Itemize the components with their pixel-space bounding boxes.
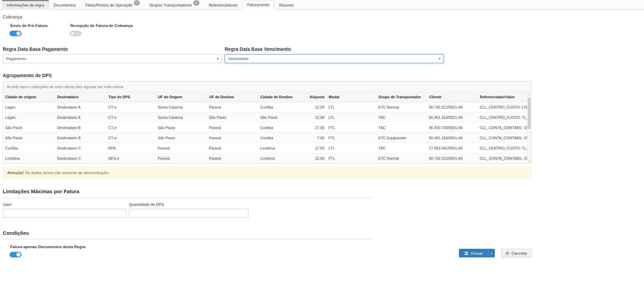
tab-informacoes-da-regra[interactable]: Informações da regra <box>2 0 49 10</box>
tab-count-badge: 54 <box>134 0 140 5</box>
table-cell: 17,00 <box>307 123 326 133</box>
table-row[interactable]: LagesDestinatario ACT-eSanta CatarinaPar… <box>3 102 527 112</box>
field-label-recepcao-fatura: Recepção de Fatura de Cobrança <box>70 24 130 28</box>
save-button[interactable]: Gravar <box>459 249 488 257</box>
field-recepcao-fatura-cobranca: Recepção de Fatura de Cobrança <box>70 24 130 36</box>
table-cell: Paraná <box>207 153 258 164</box>
table-cell: Londrina <box>3 153 55 164</box>
table-row[interactable]: CuritibaDestinatario CRPAParanáParanáLon… <box>3 143 527 153</box>
valor-input[interactable] <box>3 209 126 218</box>
save-button-label: Gravar <box>471 251 483 255</box>
tab-count-badge: 13 <box>193 0 199 5</box>
scroll-thumb[interactable] <box>528 98 531 129</box>
table-cell: 46.400.729/0001-56 <box>427 123 478 133</box>
table-cell: Santa Catarina <box>156 102 207 112</box>
table-cell: CT-e <box>106 123 156 133</box>
table-cell: 50.461.153/0001-04 <box>427 112 478 123</box>
cancel-button[interactable]: Cancelar <box>501 249 531 257</box>
tab-label: Informações da regra <box>7 3 44 7</box>
table-cell: CLL_CONTA_CONTABIL: DEPART_A <box>478 153 527 164</box>
tab-label: Referenciadores <box>209 3 238 7</box>
column-header[interactable]: Grupo de Transportador <box>376 92 427 102</box>
column-header[interactable]: Cidade de Destino <box>258 92 307 102</box>
field-label-fatura-apenas-documentos: Fatura apenas Documentos desta Regra <box>10 245 85 249</box>
table-row[interactable]: LondrinaDestinatario CNFS-eParanáParanáL… <box>3 153 527 164</box>
tab-referenciadores[interactable]: Referenciadores <box>204 0 242 10</box>
column-header[interactable]: UF de Origem <box>156 92 207 102</box>
table-cell: LTL <box>326 102 376 112</box>
toggle-fatura-apenas-documentos[interactable] <box>10 252 22 257</box>
table-cell: Destinatario B <box>55 123 106 133</box>
table-cell: FTL <box>326 123 376 133</box>
table-cell: FTL <box>326 153 376 164</box>
table-cell: Londrina <box>258 143 307 153</box>
tab-filiais-pontos-de-operacao[interactable]: Filiais/Pontos de Operação54 <box>81 0 145 10</box>
table-cell: Londrina <box>258 153 307 164</box>
select-regra-data-base-pagamento[interactable]: Pagamento ▾ <box>3 54 222 63</box>
table-cell: CT-e <box>106 112 156 123</box>
table-cell: São Paulo <box>156 133 207 143</box>
tab-faturamento[interactable]: Faturamento <box>242 0 274 10</box>
table-cell: CLL_CENTRO_CUSTO: LTL_DIST <box>478 102 527 112</box>
dps-grid-body: LagesDestinatario ACT-eSanta CatarinaPar… <box>3 102 527 164</box>
section-title-regra-vencimento: Regra Data Base Vencimento <box>225 46 444 52</box>
column-header[interactable]: Tipo de DPS <box>106 92 156 102</box>
table-cell: ETC Normal <box>376 153 427 164</box>
column-header[interactable]: Destinatário <box>55 92 106 102</box>
tab-documentos[interactable]: Documentos <box>49 0 81 10</box>
table-cell: Paraná <box>207 123 258 133</box>
table-cell: TAC <box>376 143 427 153</box>
tab-panel-faturamento: Cobrança Envio de Pré-Fatura Recepção de… <box>0 10 534 257</box>
table-cell: Destinatario C <box>55 153 106 164</box>
selected-value: Vencimento <box>228 57 249 61</box>
cancel-button-label: Cancelar <box>512 251 527 255</box>
toggle-envio-pre-fatura[interactable] <box>10 31 22 36</box>
select-regra-data-base-vencimento[interactable]: Vencimento ▾ <box>225 54 444 63</box>
table-cell: Paraná <box>207 133 258 143</box>
table-cell: CLL_CONTA_CONTABIL: DEPART_A <box>478 123 527 133</box>
grid-group-drop-zone[interactable]: Arraste aqui o cabeçalho de uma coluna p… <box>3 82 531 92</box>
table-cell: Lages <box>3 102 55 112</box>
scroll-up-arrow[interactable]: ▲ <box>528 92 531 96</box>
grid-vertical-scrollbar[interactable]: ▲ ▼ <box>527 92 531 164</box>
tab-resumo[interactable]: Resumo <box>274 0 298 10</box>
section-title-condicoes: Condições <box>3 230 372 239</box>
table-cell: FTL <box>326 133 376 143</box>
chevron-down-icon: ▾ <box>439 57 440 60</box>
quantidade-dps-label: Quantidade de DPS <box>129 202 249 207</box>
save-dropdown-arrow[interactable]: ▲ <box>488 249 494 257</box>
table-cell: Paraná <box>156 143 207 153</box>
column-header[interactable]: Referenciador/Valor <box>478 92 527 102</box>
column-header[interactable]: UF de Destino <box>207 92 258 102</box>
table-cell: CLL_CONTA_CONTABIL: DEPART_B <box>478 133 527 143</box>
table-cell: São Paulo <box>207 112 258 123</box>
toggle-recepcao-fatura-cobranca[interactable] <box>70 31 82 36</box>
tab-label: Faturamento <box>247 3 269 7</box>
tab-grupos-transportadores[interactable]: Grupos Transportadores13 <box>144 0 204 10</box>
limitacoes-fields: Valor Quantidade de DPS <box>3 202 534 218</box>
field-regra-pagamento: Regra Data Base Pagamento Pagamento ▾ <box>3 46 222 63</box>
column-header[interactable]: Cliente <box>427 92 478 102</box>
valor-label: Valor <box>3 202 126 207</box>
table-cell: TAC <box>376 123 427 133</box>
quantidade-dps-input[interactable] <box>129 209 249 218</box>
table-row[interactable]: São PauloDestinatario BCT-eSão PauloPara… <box>3 123 527 133</box>
tab-bar: Informações da regraDocumentosFiliais/Po… <box>0 0 644 10</box>
column-header[interactable]: Modal <box>326 92 376 102</box>
column-header[interactable]: Alíquota <box>307 92 326 102</box>
tab-label: Filiais/Pontos de Operação <box>85 3 132 7</box>
warning-emphasis: Atenção! <box>7 171 24 175</box>
section-title-limitacoes: Limitações Máximas por Fatura <box>3 188 372 198</box>
table-cell: CT-e <box>106 133 156 143</box>
dps-grid-header-row: Cidade de origemDestinatárioTipo de DPSU… <box>3 92 527 102</box>
table-row[interactable]: LagesDestinatario ACT-eSanta CatarinaSão… <box>3 112 527 123</box>
column-header[interactable]: Cidade de origem <box>3 92 55 102</box>
selected-value: Pagamento <box>6 57 26 61</box>
table-cell: TAC <box>376 112 427 123</box>
scroll-down-arrow[interactable]: ▼ <box>528 159 531 164</box>
table-cell: LTL <box>326 112 376 123</box>
field-valor: Valor <box>3 202 126 218</box>
table-cell: RPA <box>106 143 156 153</box>
table-cell: Curitiba <box>258 123 307 133</box>
table-row[interactable]: São PauloDestinatario BCT-eSão PauloPara… <box>3 133 527 143</box>
